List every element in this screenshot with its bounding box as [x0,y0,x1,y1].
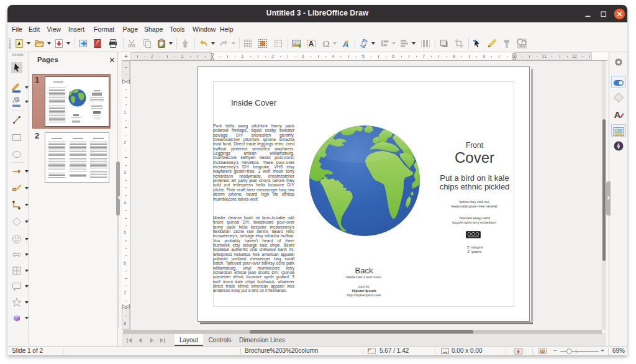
svg-text:A: A [614,109,621,120]
svg-text:A: A [342,39,348,48]
svg-text:Ω: Ω [322,39,329,48]
svg-text:A: A [309,40,314,47]
